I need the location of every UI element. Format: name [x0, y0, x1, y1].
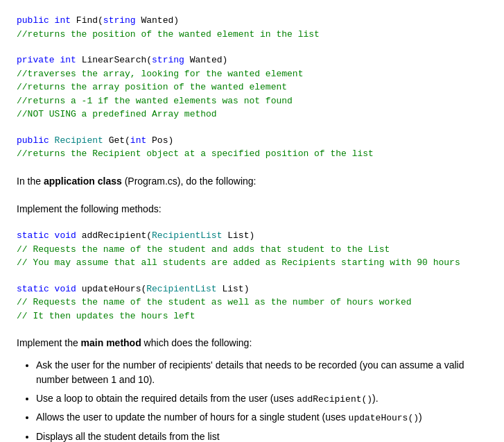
keyword-static2: static — [17, 284, 55, 294]
update-hours-signature: static void updateHours(RecipientList Li… — [17, 282, 487, 296]
ar-comment-2: // You may assume that all students are … — [17, 256, 487, 270]
ls-comment-1: //traverses the array, looking for the w… — [17, 67, 487, 81]
uh-comment-2: // It then updates the hours left — [17, 309, 487, 323]
keyword-int3: int — [130, 135, 152, 146]
implement-methods-heading: Implement the following methods: — [17, 201, 487, 216]
find-comment: //returns the position of the wanted ele… — [17, 28, 487, 42]
param-wanted: Wanted) — [141, 15, 179, 26]
get-method-code: public Recipient Get(int Pos) //returns … — [17, 134, 487, 161]
get-comment: //returns the Recipient object at a spec… — [17, 147, 487, 161]
inline-code-addrecipient: addRecipient() — [297, 394, 372, 405]
linear-search-method-code: private int LinearSearch(string Wanted) … — [17, 53, 487, 121]
application-class-bold: application class — [44, 176, 122, 187]
keyword-int2: int — [60, 55, 81, 65]
main-method-heading: Implement the main method which does the… — [17, 335, 487, 350]
param-list2: List) — [222, 284, 249, 294]
main-method-bullets: Ask the user for the number of recipient… — [36, 358, 487, 442]
keyword-public2: public — [17, 135, 55, 146]
find-signature: public int Find(string Wanted) — [17, 14, 487, 28]
bullet-3: Allows the user to update the number of … — [36, 410, 487, 425]
ls-comment-3: //returns a -1 if the wanted elements wa… — [17, 94, 487, 108]
method-name-updatehours: updateHours( — [82, 284, 147, 294]
keyword-string: string — [103, 15, 141, 26]
ls-comment-4: //NOT USING a predefined Array method — [17, 108, 487, 121]
keyword-int: int — [55, 15, 76, 26]
bullet-1: Ask the user for the number of recipient… — [36, 358, 487, 387]
bullet-4: Displays all the student details from th… — [36, 430, 487, 442]
keyword-public: public — [17, 15, 55, 26]
find-method-code: public int Find(string Wanted) //returns… — [17, 14, 487, 41]
linear-search-signature: private int LinearSearch(string Wanted) — [17, 53, 487, 67]
method-name-find: Find( — [76, 15, 103, 26]
keyword-void2: void — [55, 284, 82, 294]
add-recipient-signature: static void addRecipient(RecipientList L… — [17, 229, 487, 243]
param-list1: List) — [227, 230, 254, 241]
ar-comment-1: // Requests the name of the student and … — [17, 243, 487, 257]
type-recipientlist1: RecipientList — [152, 230, 227, 241]
param-pos: Pos) — [152, 135, 173, 146]
param-wanted2: Wanted) — [190, 55, 228, 65]
keyword-string2: string — [152, 55, 190, 65]
keyword-void1: void — [55, 230, 82, 241]
add-recipient-code: static void addRecipient(RecipientList L… — [17, 229, 487, 270]
bullet-2: Use a loop to obtain the required detail… — [36, 391, 487, 407]
type-recipientlist2: RecipientList — [146, 284, 222, 294]
method-name-addrecipient: addRecipient( — [82, 230, 152, 241]
inline-code-updatehours: updateHours() — [349, 413, 419, 423]
uh-comment-1: // Requests the name of the student as w… — [17, 296, 487, 309]
keyword-static1: static — [17, 230, 55, 241]
ls-comment-2: //returns the array position of the want… — [17, 80, 487, 94]
update-hours-code: static void updateHours(RecipientList Li… — [17, 282, 487, 323]
method-name-linearsearch: LinearSearch( — [82, 55, 152, 65]
method-name-get: Get( — [103, 135, 130, 146]
keyword-private: private — [17, 55, 60, 65]
type-recipient: Recipient — [55, 135, 103, 146]
get-signature: public Recipient Get(int Pos) — [17, 134, 487, 148]
main-method-bold: main method — [81, 337, 141, 348]
main-method-section: Implement the main method which does the… — [17, 335, 487, 442]
application-class-intro: In the application class (Program.cs), d… — [17, 173, 487, 189]
